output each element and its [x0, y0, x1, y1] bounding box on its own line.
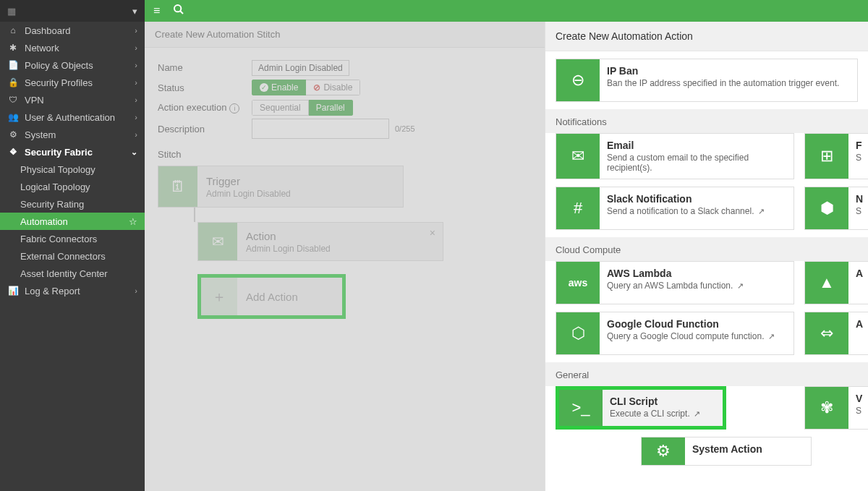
sidebar-label: User & Authentication [25, 112, 115, 123]
search-icon[interactable] [173, 4, 184, 18]
action-option-azure[interactable]: ▲ A [804, 261, 868, 304]
terminal-icon: >_ [559, 390, 603, 426]
description-textarea[interactable] [252, 119, 389, 139]
option-title: AWS Lambda [607, 268, 786, 279]
action-option-cliscript[interactable]: >_ CLI Script Execute a CLI script. ↗ [556, 386, 726, 430]
action-option-webhook[interactable]: ✾ V S [804, 386, 868, 430]
action-picker-panel: Create New Automation Action ⊖ IP Ban Ba… [545, 22, 868, 491]
link-icon: ⇔ [805, 312, 848, 354]
action-option-slack[interactable]: # Slack Notification Send a notification… [556, 187, 794, 230]
sidebar-sub-externalconnectors[interactable]: External Connectors [0, 247, 145, 265]
sidebar-label: Physical Topology [20, 164, 95, 175]
sidebar-label: Security Fabric [25, 147, 93, 158]
option-title: System Action [692, 443, 804, 455]
webhook-icon: ✾ [805, 387, 848, 429]
exec-parallel-button[interactable]: Parallel [309, 100, 353, 116]
slack-icon: # [556, 187, 600, 229]
ban-icon: ⊖ [556, 59, 600, 101]
action-option-ipban[interactable]: ⊖ IP Ban Ban the IP address specified in… [556, 59, 858, 102]
content: Create New Automation Stitch Name Admin … [145, 22, 868, 491]
sidebar-item-securityprofiles[interactable]: 🔒Security Profiles› [0, 74, 145, 91]
action-option-alibaba[interactable]: ⇔ A [804, 312, 868, 355]
chevron-right-icon: › [135, 286, 137, 295]
stitch-section-heading: Stitch [158, 149, 532, 160]
option-desc: Ban the IP address specified in the auto… [607, 78, 850, 88]
sidebar-sub-assetidentity[interactable]: Asset Identity Center [0, 265, 145, 282]
sidebar-item-vpn[interactable]: 🛡VPN› [0, 91, 145, 108]
gear-icon: ⚙ [7, 129, 19, 140]
execution-label: Action executioni [158, 102, 252, 114]
sidebar-item-dashboard[interactable]: ⌂Dashboard› [0, 22, 145, 39]
action-option-gcf[interactable]: ⬡ Google Cloud Function Query a Google C… [556, 312, 794, 355]
chevron-right-icon: › [135, 130, 137, 139]
chart-icon: 📊 [7, 286, 19, 296]
panel-title: Create New Automation Action [545, 22, 868, 51]
grid-icon: ⊞ [805, 134, 848, 179]
sidebar-item-network[interactable]: ✱Network› [0, 39, 145, 56]
option-title: N [856, 193, 863, 205]
brand-logo: ▦ [7, 6, 16, 17]
svg-line-1 [180, 11, 183, 14]
policy-icon: 📄 [7, 60, 19, 70]
section-general: General [545, 362, 868, 386]
sidebar-label: Logical Topology [20, 182, 90, 192]
gcp-icon: ⬡ [556, 312, 600, 354]
remove-action-button[interactable]: × [430, 227, 435, 239]
brand-caret-icon[interactable]: ▾ [132, 6, 137, 17]
sidebar-sub-logical[interactable]: Logical Topology [0, 178, 145, 195]
sidebar-item-logreport[interactable]: 📊Log & Report› [0, 282, 145, 299]
calendar-icon: 🗓 [158, 166, 197, 207]
lock-icon: 🔒 [7, 77, 19, 87]
sidebar-sub-automation[interactable]: Automation☆ [0, 213, 145, 230]
sidebar-label: Asset Identity Center [20, 268, 108, 279]
option-title: A [856, 268, 863, 279]
azure-icon: ▲ [805, 262, 848, 304]
action-card[interactable]: ✉ Action Admin Login Disabled × [197, 222, 443, 261]
action-option-partial-1[interactable]: ⊞ F S [804, 133, 868, 179]
external-link-icon: ↗ [758, 207, 765, 215]
option-title: Slack Notification [607, 193, 786, 205]
status-disable-button[interactable]: ⊘Disable [306, 80, 360, 95]
exec-sequential-button[interactable]: Sequential [252, 100, 309, 116]
option-desc: S [856, 206, 863, 216]
sidebar-item-policy[interactable]: 📄Policy & Objects› [0, 56, 145, 74]
chevron-right-icon: › [135, 43, 137, 52]
x-icon: ⊘ [313, 82, 320, 93]
sidebar-label: Policy & Objects [25, 60, 93, 71]
execution-toggle: Sequential Parallel [252, 100, 353, 116]
option-title: IP Ban [607, 65, 850, 77]
option-title: CLI Script [610, 396, 715, 407]
plus-icon: ＋ [201, 278, 237, 315]
brand-bar[interactable]: ▦ ▾ [0, 0, 145, 22]
sidebar-label: Security Rating [20, 199, 84, 210]
name-input[interactable]: Admin Login Disabled [252, 60, 349, 76]
option-desc: S [856, 406, 862, 416]
option-desc: Execute a CLI script. ↗ [610, 409, 715, 419]
sidebar-item-system[interactable]: ⚙System› [0, 126, 145, 143]
sidebar: ▦ ▾ ⌂Dashboard› ✱Network› 📄Policy & Obje… [0, 0, 145, 491]
sidebar-sub-fabricconnectors[interactable]: Fabric Connectors [0, 230, 145, 247]
status-enable-button[interactable]: ✓Enable [252, 80, 306, 95]
sidebar-sub-rating[interactable]: Security Rating [0, 195, 145, 213]
action-subtitle: Admin Login Disabled [246, 244, 434, 254]
sidebar-sub-physical[interactable]: Physical Topology [0, 161, 145, 178]
menu-icon[interactable]: ≡ [153, 4, 160, 17]
action-option-aws[interactable]: aws AWS Lambda Query an AWS Lambda funct… [556, 261, 794, 304]
option-desc: Query an AWS Lambda function. ↗ [607, 281, 786, 291]
main-area: ≡ Create New Automation Stitch Name Admi… [145, 0, 868, 491]
vpn-icon: 🛡 [7, 95, 19, 105]
topbar: ≡ [145, 0, 868, 22]
description-counter: 0/255 [395, 124, 415, 133]
action-option-systemaction[interactable]: ⚙ System Action [641, 437, 812, 466]
add-action-button[interactable]: ＋ Add Action [197, 274, 346, 319]
action-option-partial-2[interactable]: ⬢ N S [804, 187, 868, 230]
trigger-card[interactable]: 🗓 Trigger Admin Login Disabled [158, 166, 404, 208]
action-option-email[interactable]: ✉ Email Send a custom email to the speci… [556, 133, 794, 179]
option-title: Google Cloud Function [607, 318, 786, 330]
info-icon[interactable]: i [229, 103, 239, 114]
sidebar-item-securityfabric[interactable]: ❖Security Fabric⌄ [0, 143, 145, 161]
stitch-form: Name Admin Login Disabled Status ✓Enable… [145, 48, 545, 329]
option-desc: Query a Google Cloud compute function. ↗ [607, 331, 786, 341]
sidebar-item-userauth[interactable]: 👥User & Authentication› [0, 108, 145, 126]
teams-icon: ⬢ [805, 187, 848, 229]
